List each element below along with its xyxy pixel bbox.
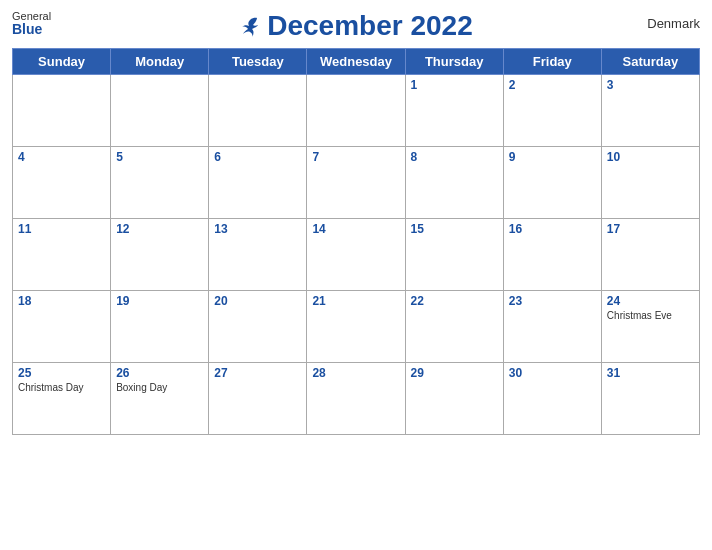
day-cell-12: 12 bbox=[111, 219, 209, 291]
day-cell-5: 5 bbox=[111, 147, 209, 219]
day-number: 28 bbox=[312, 366, 399, 380]
day-number: 21 bbox=[312, 294, 399, 308]
week-row-2: 45678910 bbox=[13, 147, 700, 219]
day-cell-25: 25Christmas Day bbox=[13, 363, 111, 435]
day-cell-10: 10 bbox=[601, 147, 699, 219]
day-number: 8 bbox=[411, 150, 498, 164]
day-number: 4 bbox=[18, 150, 105, 164]
week-row-3: 11121314151617 bbox=[13, 219, 700, 291]
day-number: 31 bbox=[607, 366, 694, 380]
holiday-label: Christmas Day bbox=[18, 382, 105, 393]
holiday-label: Boxing Day bbox=[116, 382, 203, 393]
header-thursday: Thursday bbox=[405, 49, 503, 75]
day-cell-19: 19 bbox=[111, 291, 209, 363]
day-number: 22 bbox=[411, 294, 498, 308]
calendar-header: General Blue December 2022 Denmark bbox=[12, 10, 700, 42]
logo-blue-text: Blue bbox=[12, 22, 42, 37]
week-row-5: 25Christmas Day26Boxing Day2728293031 bbox=[13, 363, 700, 435]
day-number: 23 bbox=[509, 294, 596, 308]
day-number: 25 bbox=[18, 366, 105, 380]
day-number: 5 bbox=[116, 150, 203, 164]
day-cell-18: 18 bbox=[13, 291, 111, 363]
day-cell-30: 30 bbox=[503, 363, 601, 435]
day-number: 30 bbox=[509, 366, 596, 380]
day-cell-15: 15 bbox=[405, 219, 503, 291]
day-cell-17: 17 bbox=[601, 219, 699, 291]
day-cell-2: 2 bbox=[503, 75, 601, 147]
day-cell-empty bbox=[111, 75, 209, 147]
day-number: 9 bbox=[509, 150, 596, 164]
day-cell-28: 28 bbox=[307, 363, 405, 435]
day-cell-13: 13 bbox=[209, 219, 307, 291]
day-number: 24 bbox=[607, 294, 694, 308]
day-number: 26 bbox=[116, 366, 203, 380]
day-cell-11: 11 bbox=[13, 219, 111, 291]
day-cell-21: 21 bbox=[307, 291, 405, 363]
logo-bird-icon bbox=[239, 15, 261, 37]
day-cell-16: 16 bbox=[503, 219, 601, 291]
day-cell-7: 7 bbox=[307, 147, 405, 219]
day-cell-empty bbox=[307, 75, 405, 147]
day-cell-3: 3 bbox=[601, 75, 699, 147]
day-number: 19 bbox=[116, 294, 203, 308]
weekday-header-row: Sunday Monday Tuesday Wednesday Thursday… bbox=[13, 49, 700, 75]
day-number: 13 bbox=[214, 222, 301, 236]
header-sunday: Sunday bbox=[13, 49, 111, 75]
day-cell-14: 14 bbox=[307, 219, 405, 291]
day-number: 27 bbox=[214, 366, 301, 380]
day-cell-29: 29 bbox=[405, 363, 503, 435]
day-number: 29 bbox=[411, 366, 498, 380]
day-number: 12 bbox=[116, 222, 203, 236]
day-number: 7 bbox=[312, 150, 399, 164]
day-cell-1: 1 bbox=[405, 75, 503, 147]
day-cell-27: 27 bbox=[209, 363, 307, 435]
week-row-4: 18192021222324Christmas Eve bbox=[13, 291, 700, 363]
day-cell-6: 6 bbox=[209, 147, 307, 219]
day-number: 1 bbox=[411, 78, 498, 92]
day-number: 2 bbox=[509, 78, 596, 92]
day-cell-24: 24Christmas Eve bbox=[601, 291, 699, 363]
day-number: 14 bbox=[312, 222, 399, 236]
holiday-label: Christmas Eve bbox=[607, 310, 694, 321]
header-friday: Friday bbox=[503, 49, 601, 75]
day-cell-4: 4 bbox=[13, 147, 111, 219]
header-saturday: Saturday bbox=[601, 49, 699, 75]
day-number: 16 bbox=[509, 222, 596, 236]
day-cell-9: 9 bbox=[503, 147, 601, 219]
day-cell-empty bbox=[13, 75, 111, 147]
day-number: 6 bbox=[214, 150, 301, 164]
day-cell-23: 23 bbox=[503, 291, 601, 363]
day-cell-20: 20 bbox=[209, 291, 307, 363]
month-title: December 2022 bbox=[267, 10, 472, 42]
header-monday: Monday bbox=[111, 49, 209, 75]
day-number: 11 bbox=[18, 222, 105, 236]
day-cell-empty bbox=[209, 75, 307, 147]
country-label: Denmark bbox=[647, 16, 700, 31]
header-tuesday: Tuesday bbox=[209, 49, 307, 75]
day-number: 3 bbox=[607, 78, 694, 92]
calendar-container: General Blue December 2022 Denmark Sunda… bbox=[0, 0, 712, 550]
week-row-1: 123 bbox=[13, 75, 700, 147]
day-cell-26: 26Boxing Day bbox=[111, 363, 209, 435]
day-number: 17 bbox=[607, 222, 694, 236]
header-wednesday: Wednesday bbox=[307, 49, 405, 75]
day-number: 18 bbox=[18, 294, 105, 308]
day-cell-22: 22 bbox=[405, 291, 503, 363]
logo: General Blue bbox=[12, 10, 51, 37]
day-cell-31: 31 bbox=[601, 363, 699, 435]
day-number: 10 bbox=[607, 150, 694, 164]
calendar-table: Sunday Monday Tuesday Wednesday Thursday… bbox=[12, 48, 700, 435]
day-number: 15 bbox=[411, 222, 498, 236]
day-number: 20 bbox=[214, 294, 301, 308]
day-cell-8: 8 bbox=[405, 147, 503, 219]
